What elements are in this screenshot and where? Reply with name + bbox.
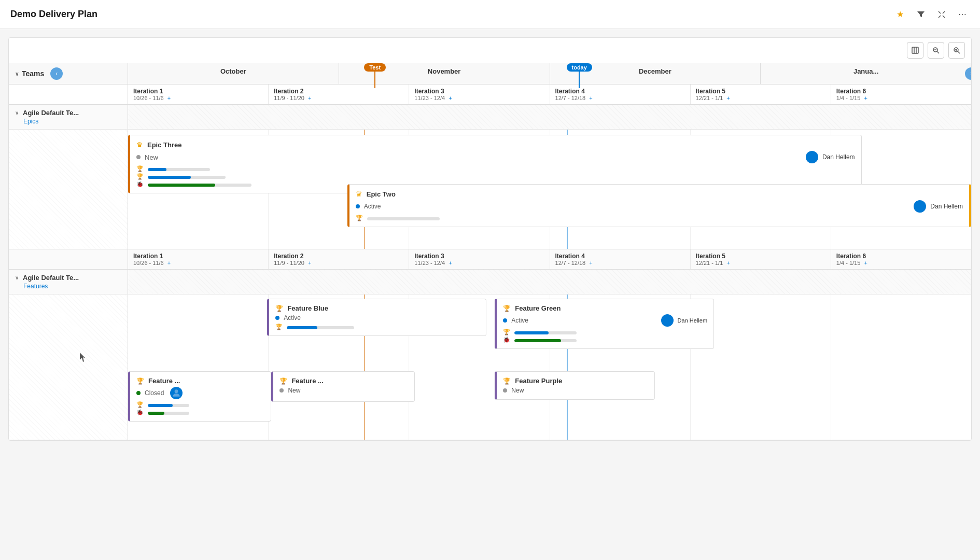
epic-three-prog-3 xyxy=(148,184,251,187)
nav-prev-button[interactable]: ‹ xyxy=(50,67,63,80)
header-actions: ★ ⋯ xyxy=(893,7,970,22)
fg-bar-1: 🏆 xyxy=(503,329,707,335)
t2-iter5-add[interactable]: + xyxy=(726,260,730,266)
month-october: October xyxy=(128,63,339,84)
t2-iter4-add[interactable]: + xyxy=(589,260,592,266)
team1-iterations-header: Iteration 1 10/26 - 11/6 + Iteration 2 1… xyxy=(9,85,971,105)
iter6-add[interactable]: + xyxy=(864,95,867,101)
team1-header-bg xyxy=(128,105,971,129)
test-marker: Test xyxy=(364,63,386,88)
feature-green-avatar xyxy=(661,314,674,327)
team1-iter-6: Iteration 6 1/4 - 1/15 + xyxy=(831,85,971,104)
team1-type[interactable]: Epics xyxy=(15,118,121,125)
epic-three-assignee: Dan Hellem xyxy=(822,153,855,161)
trophy-feat-4: 🏆 xyxy=(279,377,287,385)
epic-three-avatar xyxy=(806,151,818,163)
epic-two-title-row: ♛ Epic Two xyxy=(356,190,963,198)
plan-container: ∨ Teams ‹ Test today October xyxy=(9,63,971,440)
team2-iter-cells: Iteration 1 10/26 - 11/6 + Iteration 2 1… xyxy=(128,249,971,269)
fn2-title-row: 🏆 Feature ... xyxy=(279,377,408,385)
fc-status-dot xyxy=(136,391,141,395)
main-content: ∨ Teams ‹ Test today October xyxy=(8,37,972,441)
team1-content: ♛ Epic Three New Dan Hellem xyxy=(9,130,971,249)
team2-type[interactable]: Features xyxy=(15,283,121,290)
filter-icon[interactable] xyxy=(914,7,928,22)
epic-three-prog-1 xyxy=(148,168,210,171)
fc-avatar xyxy=(170,387,183,399)
iter3-add[interactable]: + xyxy=(449,95,452,101)
fit-button[interactable] xyxy=(907,42,923,59)
fc-trophy: 🏆 xyxy=(136,401,144,408)
months-container: Test today October November December xyxy=(128,63,971,84)
epic-three-bar-1: 🏆 xyxy=(136,165,855,172)
team2-collapse-icon[interactable]: ∨ xyxy=(15,275,19,281)
fb-status-dot xyxy=(275,316,279,320)
epic-three-prog-2 xyxy=(148,176,226,179)
feature-closed-card[interactable]: 🏆 Feature ... Closed 🏆 xyxy=(128,371,271,422)
epic-two-card[interactable]: ♛ Epic Two Active Dan Hellem xyxy=(347,184,971,227)
t2-iter6-add[interactable]: + xyxy=(864,260,867,266)
team2-iter-spacer xyxy=(9,249,128,269)
epic-three-bar-2: 🏆 xyxy=(136,173,855,180)
trophy-feat-1: 🏆 xyxy=(275,305,283,312)
iter5-add[interactable]: + xyxy=(726,95,730,101)
fb-prog xyxy=(287,326,354,329)
fg-trophy: 🏆 xyxy=(503,329,510,335)
fn2-status: New xyxy=(288,387,300,394)
star-icon[interactable]: ★ xyxy=(893,7,907,22)
team2-name-row: ∨ Agile Default Te... xyxy=(15,274,121,282)
team2-name: Agile Default Te... xyxy=(23,274,79,282)
team1-collapse-icon[interactable]: ∨ xyxy=(15,110,19,116)
team1-iter-3: Iteration 3 11/23 - 12/4 + xyxy=(409,85,550,104)
team1-iter-cells: Iteration 1 10/26 - 11/6 + Iteration 2 1… xyxy=(128,85,971,104)
iter4-add[interactable]: + xyxy=(589,95,592,101)
bug-icon-1: 🐞 xyxy=(136,181,144,188)
teams-collapse-icon[interactable]: ∨ xyxy=(15,71,19,77)
today-vline xyxy=(579,72,580,88)
team2-label: ∨ Agile Default Te... Features xyxy=(9,270,128,294)
fn2-status-row: New xyxy=(279,387,408,394)
fg-bar-2: 🐞 xyxy=(503,337,707,343)
fp-title-row: 🏆 Feature Purple xyxy=(503,377,648,385)
svg-line-4 xyxy=(937,51,939,53)
svg-point-13 xyxy=(175,389,178,393)
nav-next-button[interactable]: › xyxy=(965,67,971,80)
fc-status-row: Closed xyxy=(136,387,264,399)
team2-iterations-header: Iteration 1 10/26 - 11/6 + Iteration 2 1… xyxy=(9,249,971,270)
team1-section-header: ∨ Agile Default Te... Epics xyxy=(9,105,971,130)
epic-three-status-dot xyxy=(136,155,141,159)
collapse-icon[interactable] xyxy=(934,7,949,22)
iter1-dates: 10/26 - 11/6 + xyxy=(133,95,263,101)
epic-two-prog-1 xyxy=(367,217,440,220)
feature-green-title-row: 🏆 Feature Green xyxy=(503,304,707,312)
iter2-add[interactable]: + xyxy=(308,95,311,101)
crown-icon-1: ♛ xyxy=(136,141,143,149)
more-options-icon[interactable]: ⋯ xyxy=(955,7,970,22)
feature-purple-card[interactable]: 🏆 Feature Purple New xyxy=(495,371,655,400)
fp-status-row: New xyxy=(503,387,648,394)
team1-iter-spacer xyxy=(9,85,128,104)
feature-green-bars: 🏆 🐞 xyxy=(503,329,707,343)
t2-iter1-add[interactable]: + xyxy=(167,260,171,266)
team2-iter-5: Iteration 5 12/21 - 1/1 + xyxy=(691,249,831,269)
fp-status: New xyxy=(511,387,524,394)
zoom-in-button[interactable] xyxy=(948,42,965,59)
feature-new2-card[interactable]: 🏆 Feature ... New xyxy=(271,371,414,402)
iter1-add[interactable]: + xyxy=(167,95,171,101)
t2-iter3-add[interactable]: + xyxy=(449,260,452,266)
feature-blue-card[interactable]: 🏆 Feature Blue Active 🏆 xyxy=(267,299,486,336)
fp-title: Feature Purple xyxy=(515,377,562,385)
zoom-out-button[interactable] xyxy=(928,42,944,59)
feature-green-card[interactable]: 🏆 Feature Green Active Dan Hellem xyxy=(495,299,714,349)
epic-two-avatar xyxy=(914,200,926,213)
team2-iter-2: Iteration 2 11/9 - 11/20 + xyxy=(269,249,409,269)
today-badge: today xyxy=(567,63,592,72)
test-badge: Test xyxy=(364,63,386,72)
trophy-feat-3: 🏆 xyxy=(136,377,144,385)
app-header: Demo Delivery Plan ★ ⋯ xyxy=(0,0,980,29)
team1-iter-5: Iteration 5 12/21 - 1/1 + xyxy=(691,85,831,104)
fn2-status-dot xyxy=(279,388,284,393)
t2-iter2-add[interactable]: + xyxy=(308,260,311,266)
team1-content-left xyxy=(9,130,128,249)
epic-two-title: Epic Two xyxy=(367,190,396,198)
